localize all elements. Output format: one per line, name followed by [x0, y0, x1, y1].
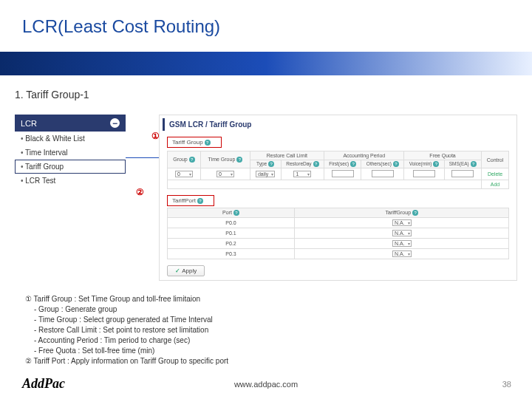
- add-link[interactable]: Add: [491, 182, 499, 187]
- table-row: P0.3N.A.: [167, 249, 509, 259]
- desc-line: - Restore Call Limit : Set point to rest…: [25, 325, 228, 335]
- col-port: Port?: [167, 208, 295, 218]
- section-heading: 1. Tariff Group-1: [15, 89, 89, 100]
- sidebar-title: LCR: [21, 119, 37, 128]
- delete-link[interactable]: Delete: [488, 171, 502, 177]
- col-accounting: Accounting Period: [324, 151, 404, 160]
- col-tariffgroup: TariffGroup?: [295, 208, 509, 218]
- panel-title: GSM LCR / Tariff Group: [163, 118, 514, 131]
- desc-line: ② Tariff Port : Apply information on Tar…: [25, 356, 228, 366]
- desc-line: ① Tariff Group : Set Time Group and toll…: [25, 294, 228, 304]
- port-group-select[interactable]: N.A.: [392, 219, 412, 226]
- apply-button[interactable]: Apply: [167, 265, 205, 276]
- slide-title: LCR(Least Cost Routing): [22, 16, 220, 37]
- table-row: P0.2N.A.: [167, 239, 509, 249]
- col-control: Control: [481, 151, 509, 168]
- help-icon[interactable]: ?: [205, 140, 211, 146]
- main-panel: GSM LCR / Tariff Group Tariff Group? Gro…: [159, 115, 517, 281]
- page-number: 38: [502, 380, 511, 389]
- col-voice: Voice(min)?: [404, 160, 444, 168]
- sidebar-header[interactable]: LCR −: [15, 115, 126, 132]
- collapse-icon[interactable]: −: [110, 118, 120, 128]
- table-row: 0 0 daily 1 Delete: [167, 168, 509, 180]
- col-restoreday: RestoreDay?: [281, 160, 324, 168]
- col-timegroup: Time Group?: [201, 151, 250, 168]
- footer-url: www.addpac.com: [234, 380, 298, 389]
- footer: AddPac www.addpac.com 38: [0, 376, 532, 392]
- sms-input[interactable]: [451, 170, 474, 177]
- port-group-select[interactable]: N.A.: [392, 240, 412, 247]
- sidebar-item-lcr-test[interactable]: LCR Test: [15, 174, 126, 188]
- tariff-port-heading: TariffPort?: [167, 195, 214, 206]
- desc-line: - Accounting Period : Tim period to char…: [25, 335, 228, 346]
- port-group-select[interactable]: N.A.: [392, 230, 412, 236]
- voice-input[interactable]: [413, 170, 435, 177]
- table-row: Add: [167, 180, 509, 189]
- desc-line: - Group : Generate group: [25, 304, 228, 315]
- sidebar: LCR − Black & White List Time Interval T…: [15, 115, 126, 188]
- col-sms: SMS(EA)?: [444, 160, 481, 168]
- description-block: ① Tariff Group : Set Time Group and toll…: [25, 294, 228, 366]
- sidebar-item-time-interval[interactable]: Time Interval: [15, 146, 126, 160]
- callout-2: ②: [136, 187, 144, 197]
- desc-line: - Free Quota : Set toll-free time (min): [25, 346, 228, 356]
- help-icon[interactable]: ?: [197, 198, 203, 204]
- group-select[interactable]: 0: [175, 171, 193, 177]
- table-row: P0.0N.A.: [167, 218, 509, 228]
- col-others: Others(sec)?: [361, 160, 404, 168]
- col-freequota: Free Quota: [404, 151, 481, 160]
- logo: AddPac: [22, 376, 65, 392]
- type-select[interactable]: daily: [256, 171, 275, 177]
- col-type: Type?: [250, 160, 281, 168]
- port-group-select[interactable]: N.A.: [392, 250, 412, 257]
- desc-line: - Time Group : Select group generated at…: [25, 315, 228, 325]
- screenshot-area: ① ② LCR − Black & White List Time Interv…: [15, 115, 517, 284]
- timegroup-select[interactable]: 0: [216, 171, 234, 177]
- tariff-port-table: Port? TariffGroup? P0.0N.A. P0.1N.A. P0.…: [167, 208, 510, 259]
- restoreday-select[interactable]: 1: [293, 171, 311, 177]
- title-bar: [0, 52, 532, 75]
- col-first: First(sec)?: [324, 160, 361, 168]
- first-input[interactable]: [332, 170, 354, 177]
- col-restore: Restore Call Limit: [250, 151, 324, 160]
- sidebar-item-tariff-group[interactable]: Tariff Group: [15, 160, 126, 174]
- col-group: Group?: [167, 151, 201, 168]
- table-row: P0.1N.A.: [167, 228, 509, 239]
- tariff-group-heading: Tariff Group?: [167, 137, 222, 148]
- others-input[interactable]: [372, 170, 394, 177]
- sidebar-item-bwlist[interactable]: Black & White List: [15, 132, 126, 146]
- tariff-group-table: Group? Time Group? Restore Call Limit Ac…: [167, 151, 510, 189]
